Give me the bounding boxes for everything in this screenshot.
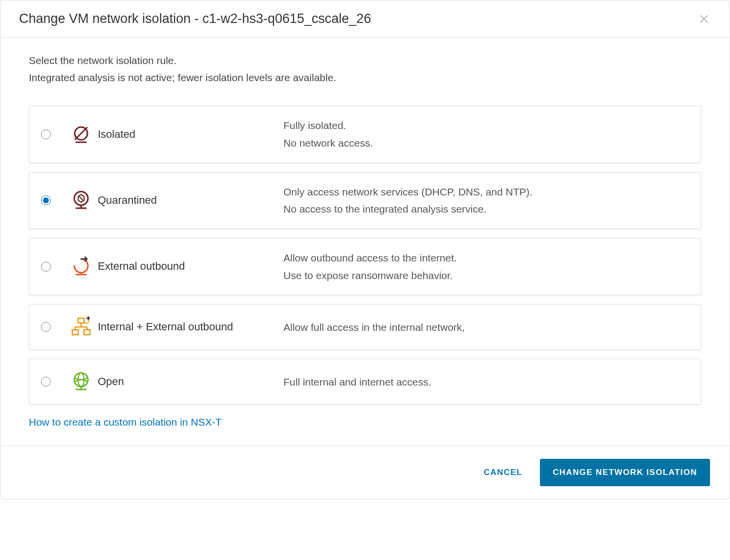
help-link-custom-isolation[interactable]: How to create a custom isolation in NSX-…: [29, 416, 222, 428]
radio-internal-external[interactable]: [41, 322, 51, 332]
radio-wrap: [41, 262, 64, 272]
modal-header: Change VM network isolation - c1-w2-hs3-…: [0, 0, 730, 38]
internal-external-icon: [64, 315, 98, 339]
instruction-text: Select the network isolation rule. Integ…: [29, 52, 701, 86]
isolation-options: Isolated Fully isolated. No network acce…: [29, 106, 701, 405]
instruction-line: Select the network isolation rule.: [29, 52, 701, 69]
radio-quarantined[interactable]: [41, 195, 51, 205]
option-label: Internal + External outbound: [98, 320, 283, 335]
isolated-icon: [64, 123, 98, 146]
radio-wrap: [41, 322, 64, 332]
radio-open[interactable]: [41, 377, 51, 387]
change-network-isolation-button[interactable]: CHANGE NETWORK ISOLATION: [540, 459, 710, 486]
option-description: Allow full access in the internal networ…: [283, 319, 689, 336]
quarantined-icon: [64, 189, 98, 212]
radio-wrap: [41, 195, 64, 205]
close-button[interactable]: [697, 12, 711, 26]
open-icon: [64, 370, 98, 393]
radio-external-outbound[interactable]: [41, 262, 51, 272]
svg-rect-9: [78, 318, 84, 323]
svg-rect-15: [84, 330, 90, 335]
option-label: External outbound: [98, 259, 283, 274]
instruction-line: Integrated analysis is not active; fewer…: [29, 69, 701, 86]
option-isolated[interactable]: Isolated Fully isolated. No network acce…: [29, 106, 701, 163]
cancel-button[interactable]: CANCEL: [480, 461, 526, 484]
option-internal-external[interactable]: Internal + External outbound Allow full …: [29, 304, 701, 350]
option-description: Fully isolated. No network access.: [283, 117, 689, 151]
option-external-outbound[interactable]: External outbound Allow outbound access …: [29, 238, 701, 295]
radio-wrap: [41, 129, 64, 139]
modal-footer: CANCEL CHANGE NETWORK ISOLATION: [0, 446, 730, 499]
radio-isolated[interactable]: [41, 129, 51, 139]
option-label: Open: [98, 374, 283, 389]
radio-wrap: [41, 377, 64, 387]
option-quarantined[interactable]: Quarantined Only access network services…: [29, 172, 701, 229]
option-description: Allow outbound access to the internet. U…: [283, 249, 689, 284]
svg-rect-14: [72, 330, 78, 335]
external-outbound-icon: [64, 255, 98, 279]
option-description: Only access network services (DHCP, DNS,…: [283, 183, 689, 218]
option-label: Isolated: [98, 127, 283, 142]
modal-body: Select the network isolation rule. Integ…: [0, 38, 730, 446]
svg-line-4: [79, 196, 83, 200]
close-icon: [699, 14, 709, 24]
modal-title: Change VM network isolation - c1-w2-hs3-…: [19, 11, 371, 26]
option-label: Quarantined: [98, 193, 283, 208]
option-open[interactable]: Open Full internal and internet access.: [29, 359, 701, 405]
change-vm-isolation-modal: Change VM network isolation - c1-w2-hs3-…: [0, 0, 730, 499]
option-description: Full internal and internet access.: [283, 373, 689, 391]
